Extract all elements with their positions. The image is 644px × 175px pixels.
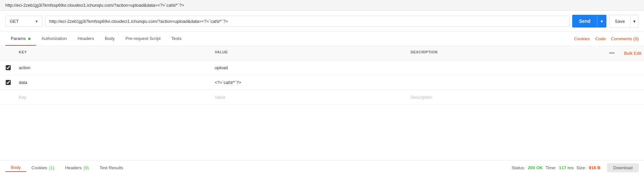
tab-pre-request-label: Pre-request Script: [125, 36, 161, 41]
send-dropdown-button[interactable]: ▾: [597, 15, 606, 28]
tabs-bar: Params Authorization Headers Body Pre-re…: [0, 32, 644, 46]
tab-params-label: Params: [11, 36, 26, 41]
bottom-tab-test-results-label: Test Results: [100, 165, 123, 170]
bottom-tab-cookies[interactable]: Cookies (1): [26, 164, 60, 172]
row2-check[interactable]: [0, 77, 16, 88]
status-label: Status:: [512, 165, 525, 170]
method-dropdown-icon: ▾: [36, 19, 38, 24]
top-url-text: http://eci-2zeb1jg3i7kmfssp69vi.cloudeci…: [5, 3, 184, 8]
table-header: KEY VALUE DESCRIPTION ••• Bulk Edit: [0, 46, 644, 60]
more-options-icon[interactable]: •••: [606, 49, 618, 57]
tabs-right: Cookies Code Comments (0): [574, 36, 639, 41]
bottom-tab-cookies-label: Cookies: [32, 165, 47, 170]
send-group: Send ▾: [572, 15, 606, 28]
table-row: action upload: [0, 60, 644, 75]
url-input[interactable]: [45, 16, 570, 27]
tab-params[interactable]: Params: [5, 32, 36, 46]
row2-key[interactable]: data: [16, 77, 212, 88]
params-dot: [28, 38, 31, 40]
header-description: DESCRIPTION: [408, 49, 604, 57]
header-key: KEY: [16, 49, 212, 57]
time-value: 117 ms: [559, 165, 574, 170]
bottom-tab-body[interactable]: Body: [5, 164, 26, 172]
empty-key-placeholder[interactable]: Key: [16, 92, 212, 102]
empty-row: Key Value Description: [0, 90, 644, 105]
time-label: Time:: [545, 165, 556, 170]
empty-desc-placeholder[interactable]: Description: [408, 92, 604, 102]
tab-headers-label: Headers: [77, 36, 94, 41]
row1-check[interactable]: [0, 62, 16, 73]
row2-value[interactable]: <?=`cat\t/*`?>: [212, 77, 408, 88]
bottom-tab-body-label: Body: [11, 165, 21, 170]
cookies-badge: (1): [49, 165, 54, 170]
table-row: data <?=`cat\t/*`?>: [0, 75, 644, 90]
tab-headers[interactable]: Headers: [72, 32, 99, 46]
tab-pre-request[interactable]: Pre-request Script: [120, 32, 166, 46]
bottom-tabs: Body Cookies (1) Headers (9) Test Result…: [5, 164, 129, 172]
status-value: 200 OK: [528, 165, 543, 170]
header-value: VALUE: [212, 49, 408, 57]
bottom-status-area: Status: 200 OK Time: 117 ms Size: 916 B …: [512, 163, 639, 172]
row1-key[interactable]: action: [16, 62, 212, 73]
bulk-edit-button[interactable]: Bulk Edit: [622, 49, 644, 57]
params-table: KEY VALUE DESCRIPTION ••• Bulk Edit acti…: [0, 46, 644, 105]
row1-value[interactable]: upload: [212, 62, 408, 73]
code-link[interactable]: Code: [595, 36, 606, 41]
save-group: Save ▾: [609, 15, 639, 28]
method-value: GET: [10, 19, 19, 24]
size-label: Size:: [577, 165, 586, 170]
empty-check: [0, 95, 16, 100]
header-actions: ••• Bulk Edit: [604, 49, 644, 57]
size-value: 916 B: [589, 165, 600, 170]
send-button[interactable]: Send: [572, 15, 597, 28]
top-url-bar: http://eci-2zeb1jg3i7kmfssp69vi.cloudeci…: [0, 0, 644, 11]
download-button[interactable]: Download: [607, 163, 639, 172]
tab-authorization-label: Authorization: [41, 36, 67, 41]
tab-tests-label: Tests: [171, 36, 181, 41]
tab-authorization[interactable]: Authorization: [36, 32, 72, 46]
method-select[interactable]: GET ▾: [5, 16, 42, 27]
bottom-tab-headers-label: Headers: [65, 165, 82, 170]
row2-description[interactable]: [408, 80, 604, 85]
empty-value-placeholder[interactable]: Value: [212, 92, 408, 102]
bottom-bar: Body Cookies (1) Headers (9) Test Result…: [0, 160, 644, 175]
row1-checkbox[interactable]: [6, 65, 11, 70]
bottom-tab-headers[interactable]: Headers (9): [60, 164, 94, 172]
header-check-col: [0, 49, 16, 57]
bottom-tab-test-results[interactable]: Test Results: [94, 164, 129, 172]
request-bar: GET ▾ Send ▾ Save ▾: [0, 11, 644, 32]
tab-body[interactable]: Body: [99, 32, 120, 46]
cookies-link[interactable]: Cookies: [574, 36, 590, 41]
comments-link[interactable]: Comments (0): [611, 36, 639, 41]
tab-tests[interactable]: Tests: [166, 32, 187, 46]
row2-checkbox[interactable]: [6, 80, 11, 85]
row1-description[interactable]: [408, 65, 604, 71]
save-button[interactable]: Save: [609, 15, 631, 28]
headers-badge: (9): [84, 165, 89, 170]
tab-body-label: Body: [105, 36, 115, 41]
save-dropdown-button[interactable]: ▾: [631, 15, 639, 28]
